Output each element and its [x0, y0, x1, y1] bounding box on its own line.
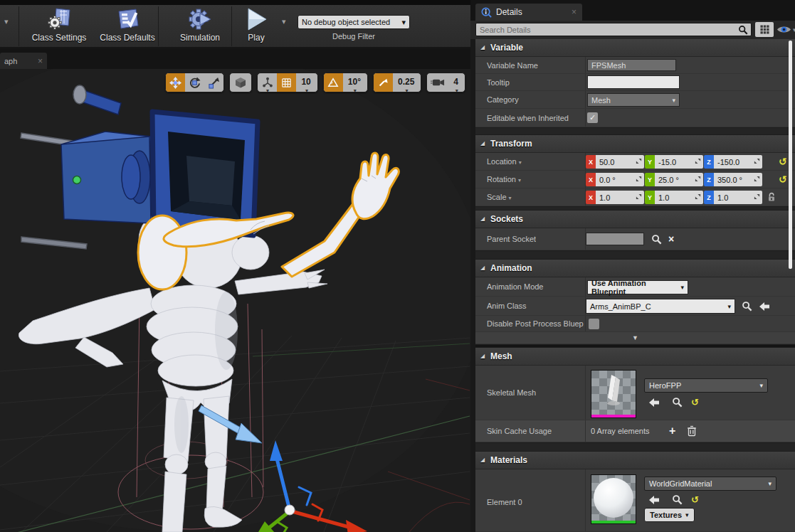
socket-clear-button[interactable]: ×: [668, 234, 674, 244]
rotation-snap-toggle[interactable]: [324, 73, 343, 92]
caret-down-icon: ▾: [406, 87, 409, 92]
tooltip-input[interactable]: [587, 75, 680, 89]
rotation-snap-value[interactable]: 10° ▾: [343, 73, 367, 92]
camera-speed-group: 4 ▾: [426, 73, 465, 92]
disable-post-process-checkbox[interactable]: [589, 319, 599, 329]
scale-snap-group: 0.25 ▾: [373, 73, 421, 92]
rotate-tool-button[interactable]: [185, 73, 204, 92]
add-array-element-button[interactable]: +: [669, 425, 675, 437]
scale-tool-button[interactable]: [204, 73, 223, 92]
skeletal-mesh-dropdown[interactable]: HeroFPP ▾: [644, 378, 768, 393]
reset-rotation-button[interactable]: ↺: [779, 174, 787, 184]
section-header-variable[interactable]: ◢ Variable: [475, 39, 795, 57]
play-button[interactable]: Play: [219, 6, 293, 46]
rotation-label[interactable]: Rotation ▾: [487, 175, 521, 183]
anim-class-search-icon[interactable]: [742, 301, 752, 312]
material-browse-icon[interactable]: [648, 495, 660, 505]
category-label: Category: [487, 95, 519, 104]
material-dropdown[interactable]: WorldGridMaterial ▾: [644, 477, 776, 491]
rotation-x-field[interactable]: X 0.0 °: [586, 173, 644, 186]
anim-class-dropdown[interactable]: Arms_AnimBP_C ▾: [586, 299, 735, 314]
grid-snap-group: ▾ 10 ▾: [257, 73, 317, 92]
row-anim-class: Anim Class Arms_AnimBP_C ▾: [475, 297, 795, 316]
scale-snap-toggle[interactable]: [374, 73, 393, 92]
class-settings-label: Class Settings: [22, 33, 96, 43]
scale-z-field[interactable]: Z 1.0: [704, 191, 762, 204]
parent-socket-input[interactable]: [586, 233, 644, 245]
viewport-canvas[interactable]: [0, 69, 470, 532]
section-header-transform[interactable]: ◢ Transform: [475, 135, 795, 153]
play-options-caret[interactable]: ▾: [282, 17, 286, 26]
tab-close-icon[interactable]: ×: [38, 57, 43, 65]
toolbar-overflow-caret[interactable]: ▾: [4, 17, 9, 26]
material-search-icon[interactable]: [672, 494, 683, 505]
grid-snap-toggle[interactable]: [277, 73, 296, 92]
row-tooltip: Tooltip: [475, 74, 795, 91]
class-defaults-button[interactable]: Class Defaults: [90, 6, 164, 46]
category-dropdown[interactable]: Mesh ▾: [587, 93, 680, 107]
socket-search-icon[interactable]: [651, 234, 662, 245]
skeletal-mesh-search-icon[interactable]: [672, 397, 683, 408]
caret-down-icon: ▾: [685, 511, 689, 518]
scale-lock-icon[interactable]: [767, 192, 776, 203]
camera-speed-value[interactable]: 4 ▾: [448, 73, 465, 92]
caret-down-icon: ▾: [305, 87, 308, 92]
skeletal-mesh-thumbnail[interactable]: [591, 370, 636, 418]
editable-when-inherited-label: Editable when Inherited: [487, 114, 569, 122]
scale-label[interactable]: Scale ▾: [487, 193, 512, 201]
row-expand-advanced[interactable]: ▼: [475, 332, 795, 344]
check-icon: ✓: [589, 113, 596, 122]
details-scrollbar[interactable]: [789, 41, 792, 269]
camera-speed-button[interactable]: [427, 73, 448, 92]
location-label[interactable]: Location ▾: [487, 157, 522, 166]
viewport-toolbar: ▾ 10 ▾ 10°: [165, 73, 465, 92]
animation-mode-dropdown[interactable]: Use Animation Blueprint ▾: [587, 280, 688, 294]
display-filter-button[interactable]: [755, 22, 774, 37]
transform-tools-group: [165, 73, 224, 92]
location-z-field[interactable]: Z -150.0: [704, 155, 762, 169]
material-thumbnail[interactable]: [591, 474, 636, 524]
variable-name-input[interactable]: FPSMesh: [587, 59, 676, 71]
scale-y-field[interactable]: Y 1.0: [645, 191, 703, 204]
rotation-y-field[interactable]: Y 25.0 °: [645, 173, 703, 186]
grid-snap-value[interactable]: 10 ▾: [296, 73, 317, 92]
surface-snap-button[interactable]: ▾: [258, 73, 277, 92]
parent-socket-label: Parent Socket: [487, 235, 536, 243]
tab-details[interactable]: Details ×: [475, 4, 582, 21]
row-scale: Scale ▾ X 1.0 Y 1.0 Z 1.0: [475, 188, 795, 206]
debug-object-dropdown[interactable]: No debug object selected ▾: [298, 15, 410, 29]
location-y-field[interactable]: Y -15.0: [645, 155, 703, 169]
axis-y-chip: Y: [645, 173, 655, 186]
section-header-mesh[interactable]: ◢ Mesh: [475, 348, 795, 366]
drag-handle-icon: [695, 176, 701, 182]
search-field[interactable]: [475, 23, 752, 36]
expand-advanced-icon: ▼: [475, 334, 795, 341]
anim-class-browse-icon[interactable]: [759, 302, 770, 312]
coordinate-system-button[interactable]: [230, 73, 251, 92]
scale-x-field[interactable]: X 1.0: [586, 191, 644, 204]
tab-close-icon[interactable]: ×: [572, 8, 576, 16]
location-x-field[interactable]: X 50.0: [586, 155, 644, 169]
move-tool-button[interactable]: [166, 73, 185, 92]
row-skeletal-mesh: Skeletal Mesh HeroFPP ▾ ↺: [475, 366, 795, 420]
debug-filter-label: Debug Filter: [298, 32, 410, 41]
skeletal-mesh-reset-button[interactable]: ↺: [691, 398, 699, 407]
scale-snap-value[interactable]: 0.25 ▾: [393, 73, 421, 92]
viewport[interactable]: ▾ 10 ▾ 10°: [0, 69, 470, 532]
search-input[interactable]: [476, 26, 738, 34]
textures-dropdown-button[interactable]: Textures ▾: [644, 508, 695, 522]
rotation-z-field[interactable]: Z 350.0 °: [704, 173, 762, 186]
section-header-animation[interactable]: ◢ Animation: [475, 260, 795, 277]
reset-location-button[interactable]: ↺: [779, 156, 787, 166]
tab-graph[interactable]: aph ×: [0, 53, 47, 69]
view-options-button[interactable]: ▾: [776, 25, 795, 34]
material-reset-button[interactable]: ↺: [691, 495, 699, 504]
animation-mode-label: Animation Mode: [487, 282, 544, 291]
class-settings-button[interactable]: Class Settings: [22, 6, 96, 46]
editable-when-inherited-checkbox[interactable]: ✓: [587, 112, 598, 123]
section-header-materials[interactable]: ◢ Materials: [475, 452, 795, 469]
skeletal-mesh-browse-icon[interactable]: [648, 398, 660, 408]
row-animation-mode: Animation Mode Use Animation Blueprint ▾: [475, 277, 795, 297]
section-header-sockets[interactable]: ◢ Sockets: [475, 211, 795, 228]
clear-array-trash-icon[interactable]: [687, 425, 697, 437]
